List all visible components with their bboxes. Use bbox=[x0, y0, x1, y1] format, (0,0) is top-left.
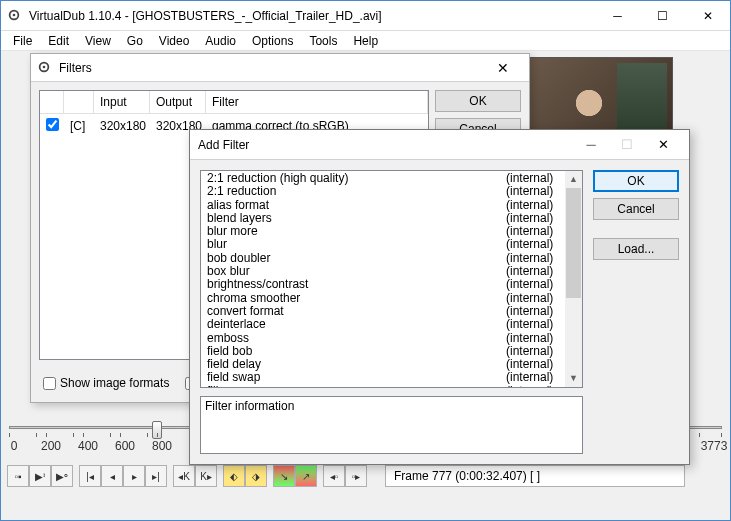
window-buttons: ─ ☐ ✕ bbox=[595, 1, 730, 30]
tick-end-label: 3773 bbox=[699, 439, 729, 453]
filter-list-item[interactable]: deinterlace(internal) bbox=[201, 318, 582, 331]
menu-view[interactable]: View bbox=[77, 32, 119, 50]
filter-item-name: deinterlace bbox=[207, 318, 506, 331]
add-filter-close-button[interactable]: ✕ bbox=[645, 137, 681, 152]
filter-list-item[interactable]: brightness/contrast(internal) bbox=[201, 278, 582, 291]
tick-label: 200 bbox=[36, 439, 66, 453]
titlebar: VirtualDub 1.10.4 - [GHOSTBUSTERS_-_Offi… bbox=[1, 1, 730, 31]
goto-prev-range-button[interactable]: ◂▫ bbox=[323, 465, 345, 487]
frame-info: Frame 777 (0:00:32.407) [ ] bbox=[385, 465, 685, 487]
filter-list-item[interactable]: convert format(internal) bbox=[201, 305, 582, 318]
close-button[interactable]: ✕ bbox=[685, 1, 730, 30]
filter-item-name: convert format bbox=[207, 305, 506, 318]
filter-item-name: emboss bbox=[207, 332, 506, 345]
go-start-button[interactable]: |◂ bbox=[79, 465, 101, 487]
add-filter-dialog: Add Filter ─ ☐ ✕ 2:1 reduction (high qua… bbox=[189, 129, 690, 465]
minimize-button[interactable]: ─ bbox=[595, 1, 640, 30]
filters-table-header: Input Output Filter bbox=[40, 91, 428, 114]
col-output[interactable]: Output bbox=[150, 91, 206, 113]
add-filter-left: 2:1 reduction (high quality)(internal)2:… bbox=[200, 170, 583, 454]
add-filter-load-button[interactable]: Load... bbox=[593, 238, 679, 260]
play-output-button[interactable]: ▶ᵒ bbox=[51, 465, 73, 487]
filter-item-name: field delay bbox=[207, 358, 506, 371]
filter-item-name: alias format bbox=[207, 199, 506, 212]
add-filter-titlebar: Add Filter ─ ☐ ✕ bbox=[190, 130, 689, 160]
menu-audio[interactable]: Audio bbox=[197, 32, 244, 50]
add-filter-buttons: OK Cancel Load... bbox=[593, 170, 679, 454]
filters-close-button[interactable]: ✕ bbox=[483, 60, 523, 76]
menu-file[interactable]: File bbox=[5, 32, 40, 50]
filter-row-input: 320x180 bbox=[94, 117, 150, 135]
step-back-button[interactable]: ◂ bbox=[101, 465, 123, 487]
filter-item-name: 2:1 reduction (high quality) bbox=[207, 172, 506, 185]
maximize-button[interactable]: ☐ bbox=[640, 1, 685, 30]
filter-item-name: field swap bbox=[207, 371, 506, 384]
menubar: File Edit View Go Video Audio Options To… bbox=[1, 31, 730, 51]
add-filter-maximize-button[interactable]: ☐ bbox=[609, 137, 645, 152]
add-filter-body: 2:1 reduction (high quality)(internal)2:… bbox=[190, 160, 689, 464]
filter-info-box: Filter information bbox=[200, 396, 583, 454]
app-icon bbox=[7, 8, 23, 24]
filter-list-item[interactable]: blur more(internal) bbox=[201, 225, 582, 238]
key-prev-button[interactable]: ◂K bbox=[173, 465, 195, 487]
filter-list-item[interactable]: blend layers(internal) bbox=[201, 212, 582, 225]
filters-title: Filters bbox=[59, 61, 483, 75]
frame-info-text: Frame 777 (0:00:32.407) [ ] bbox=[394, 469, 540, 483]
scene-next-button[interactable]: ⬗ bbox=[245, 465, 267, 487]
filter-item-name: fill bbox=[207, 385, 506, 388]
filter-list-item[interactable]: field swap(internal) bbox=[201, 371, 582, 384]
menu-tools[interactable]: Tools bbox=[301, 32, 345, 50]
filter-list-item[interactable]: bob doubler(internal) bbox=[201, 252, 582, 265]
key-next-button[interactable]: K▸ bbox=[195, 465, 217, 487]
play-input-button[interactable]: ▶ᶦ bbox=[29, 465, 51, 487]
filter-list-scrollbar[interactable]: ▲ ▼ bbox=[565, 171, 582, 387]
filter-item-name: chroma smoother bbox=[207, 292, 506, 305]
filter-list-item[interactable]: alias format(internal) bbox=[201, 199, 582, 212]
filter-info-label: Filter information bbox=[205, 399, 294, 413]
show-formats-checkbox[interactable]: Show image formats bbox=[43, 376, 169, 390]
scroll-up-icon[interactable]: ▲ bbox=[565, 171, 582, 188]
menu-help[interactable]: Help bbox=[345, 32, 386, 50]
filter-item-name: bob doubler bbox=[207, 252, 506, 265]
col-checkbox bbox=[40, 91, 64, 113]
filter-list-item[interactable]: 2:1 reduction (high quality)(internal) bbox=[201, 172, 582, 185]
filters-ok-button[interactable]: OK bbox=[435, 90, 521, 112]
filter-item-name: blur bbox=[207, 238, 506, 251]
filter-item-name: blend layers bbox=[207, 212, 506, 225]
client-area: Filters ✕ Input Output Filter [C] 320 bbox=[1, 51, 730, 520]
col-filter[interactable]: Filter bbox=[206, 91, 428, 113]
add-filter-ok-button[interactable]: OK bbox=[593, 170, 679, 192]
filter-list-item[interactable]: fill(internal) bbox=[201, 385, 582, 388]
tick-label: 0 bbox=[0, 439, 29, 453]
add-filter-minimize-button[interactable]: ─ bbox=[573, 137, 609, 152]
menu-go[interactable]: Go bbox=[119, 32, 151, 50]
menu-options[interactable]: Options bbox=[244, 32, 301, 50]
filter-row-checkbox[interactable] bbox=[40, 116, 64, 136]
go-end-button[interactable]: ▸| bbox=[145, 465, 167, 487]
col-mark bbox=[64, 91, 94, 113]
filter-list-item[interactable]: field delay(internal) bbox=[201, 358, 582, 371]
mark-out-button[interactable]: ↗ bbox=[295, 465, 317, 487]
mark-in-button[interactable]: ↘ bbox=[273, 465, 295, 487]
scene-prev-button[interactable]: ⬖ bbox=[223, 465, 245, 487]
menu-edit[interactable]: Edit bbox=[40, 32, 77, 50]
filter-item-name: brightness/contrast bbox=[207, 278, 506, 291]
filter-row-mark: [C] bbox=[64, 117, 94, 135]
goto-next-range-button[interactable]: ▫▸ bbox=[345, 465, 367, 487]
filter-list-item[interactable]: blur(internal) bbox=[201, 238, 582, 251]
add-filter-cancel-button[interactable]: Cancel bbox=[593, 198, 679, 220]
scroll-thumb[interactable] bbox=[566, 188, 581, 298]
stop-button[interactable]: ▫▪ bbox=[7, 465, 29, 487]
transport-toolbar: ▫▪ ▶ᶦ ▶ᵒ |◂ ◂ ▸ ▸| ◂K K▸ ⬖ ⬗ ↘ ↗ ◂▫ ▫▸ F… bbox=[7, 465, 685, 487]
filter-list-item[interactable]: box blur(internal) bbox=[201, 265, 582, 278]
filter-list-item[interactable]: emboss(internal) bbox=[201, 332, 582, 345]
filter-list[interactable]: 2:1 reduction (high quality)(internal)2:… bbox=[200, 170, 583, 388]
step-fwd-button[interactable]: ▸ bbox=[123, 465, 145, 487]
scroll-down-icon[interactable]: ▼ bbox=[565, 370, 582, 387]
filter-list-item[interactable]: 2:1 reduction(internal) bbox=[201, 185, 582, 198]
col-input[interactable]: Input bbox=[94, 91, 150, 113]
menu-video[interactable]: Video bbox=[151, 32, 197, 50]
filter-list-item[interactable]: field bob(internal) bbox=[201, 345, 582, 358]
filter-item-name: field bob bbox=[207, 345, 506, 358]
filter-list-item[interactable]: chroma smoother(internal) bbox=[201, 292, 582, 305]
